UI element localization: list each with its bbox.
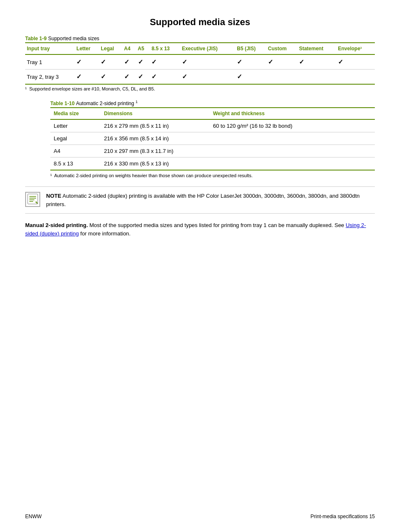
col-input-tray: Input tray: [25, 43, 75, 54]
page-footer: ENWW Print-media specifications 15: [25, 514, 375, 519]
col-exec: Executive (JIS): [180, 43, 235, 54]
note-icon: ✎: [25, 192, 40, 207]
note-text: NOTE Automatic 2-sided (duplex) printing…: [46, 192, 375, 208]
col-letter: Letter: [75, 43, 99, 54]
media-cell: Legal: [50, 132, 101, 145]
page-title: Supported media sizes: [25, 17, 375, 28]
note-label: NOTE: [46, 193, 61, 199]
checkmark-cell: ✓: [180, 70, 235, 85]
col-dimensions: Dimensions: [101, 108, 210, 119]
dimensions-cell: 216 x 330 mm (8.5 x 13 in): [101, 158, 210, 170]
tray-name: Tray 1: [25, 54, 75, 70]
manual-para-text2: for more information.: [79, 230, 131, 237]
media-cell: A4: [50, 145, 101, 158]
weight-cell: [210, 132, 375, 145]
checkmark-cell: ✓: [297, 54, 336, 70]
checkmark-cell: ✓: [122, 54, 136, 70]
note-content: Automatic 2-sided (duplex) printing is a…: [46, 193, 360, 207]
table110-caption: Table 1-10 Automatic 2-sided printing 1: [50, 100, 375, 106]
table-row: 8.5 x 13216 x 330 mm (8.5 x 13 in): [50, 158, 375, 170]
dimensions-cell: 216 x 279 mm (8.5 x 11 in): [101, 119, 210, 132]
col-envelope: Envelope¹: [336, 43, 375, 54]
checkmark-cell: ✓: [150, 54, 180, 70]
checkmark-cell: [336, 70, 375, 85]
table19-footnote: ¹ Supported envelope sizes are #10, Mona…: [25, 86, 375, 91]
table110-header-row: Media size Dimensions Weight and thickne…: [50, 108, 375, 119]
tray-name: Tray 2, tray 3: [25, 70, 75, 85]
dimensions-cell: 216 x 356 mm (8.5 x 14 in): [101, 132, 210, 145]
checkmark-cell: ✓: [136, 54, 150, 70]
svg-text:✎: ✎: [35, 201, 38, 205]
table19-header-row: Input tray Letter Legal A4 A5 8.5 x 13 E…: [25, 43, 375, 54]
table110-caption-sup: 1: [135, 100, 138, 104]
col-a4: A4: [122, 43, 136, 54]
checkmark-cell: ✓: [122, 70, 136, 85]
media-cell: Letter: [50, 119, 101, 132]
col-b5: B5 (JIS): [235, 43, 266, 54]
weight-cell: [210, 158, 375, 170]
checkmark-cell: ✓: [235, 54, 266, 70]
table-row: Legal216 x 356 mm (8.5 x 14 in): [50, 132, 375, 145]
table19-caption-label: Table 1-9: [25, 36, 47, 41]
checkmark-cell: ✓: [266, 54, 297, 70]
checkmark-cell: ✓: [150, 70, 180, 85]
checkmark-cell: ✓: [75, 70, 99, 85]
table-auto-duplex: Media size Dimensions Weight and thickne…: [50, 107, 375, 170]
note-box: ✎ NOTE Automatic 2-sided (duplex) printi…: [25, 186, 375, 214]
table19-caption-title-text: Supported media sizes: [48, 36, 99, 41]
table-row: Tray 1✓✓✓✓✓✓✓✓✓✓: [25, 54, 375, 70]
col-legal: Legal: [99, 43, 122, 54]
table-media-sizes: Input tray Letter Legal A4 A5 8.5 x 13 E…: [25, 42, 375, 85]
note-text-content: Automatic 2-sided (duplex) printing is a…: [46, 193, 360, 207]
note-icon-svg: ✎: [27, 193, 39, 205]
checkmark-cell: ✓: [336, 54, 375, 70]
table110-footnote: ¹ Automatic 2-sided printing on weights …: [25, 173, 375, 178]
footer-right: Print-media specifications 15: [311, 514, 375, 519]
table-row: A4210 x 297 mm (8.3 x 11.7 in): [50, 145, 375, 158]
manual-para: Manual 2-sided printing. Most of the sup…: [25, 221, 375, 238]
checkmark-cell: ✓: [75, 54, 99, 70]
table110-caption-title: Automatic 2-sided printing: [76, 101, 134, 106]
checkmark-cell: ✓: [180, 54, 235, 70]
checkmark-cell: [297, 70, 336, 85]
weight-cell: [210, 145, 375, 158]
checkmark-cell: ✓: [99, 70, 122, 85]
col-statement: Statement: [297, 43, 336, 54]
table-row: Tray 2, tray 3✓✓✓✓✓✓✓: [25, 70, 375, 85]
checkmark-cell: ✓: [99, 54, 122, 70]
table19-caption-title: Supported media sizes: [48, 36, 99, 41]
table-row: Letter216 x 279 mm (8.5 x 11 in)60 to 12…: [50, 119, 375, 132]
col-a5: A5: [136, 43, 150, 54]
col-8513: 8.5 x 13: [150, 43, 180, 54]
col-custom: Custom: [266, 43, 297, 54]
footer-left: ENWW: [25, 514, 42, 519]
dimensions-cell: 210 x 297 mm (8.3 x 11.7 in): [101, 145, 210, 158]
col-weight: Weight and thickness: [210, 108, 375, 119]
manual-para-text: Most of the supported media sizes and ty…: [88, 222, 346, 228]
media-cell: 8.5 x 13: [50, 158, 101, 170]
weight-cell: 60 to 120 g/m² (16 to 32 lb bond): [210, 119, 375, 132]
checkmark-cell: ✓: [235, 70, 266, 85]
table110-caption-label: Table 1-10: [50, 101, 75, 106]
checkmark-cell: [266, 70, 297, 85]
checkmark-cell: ✓: [136, 70, 150, 85]
col-media-size: Media size: [50, 108, 101, 119]
manual-para-bold: Manual 2-sided printing.: [25, 222, 88, 228]
